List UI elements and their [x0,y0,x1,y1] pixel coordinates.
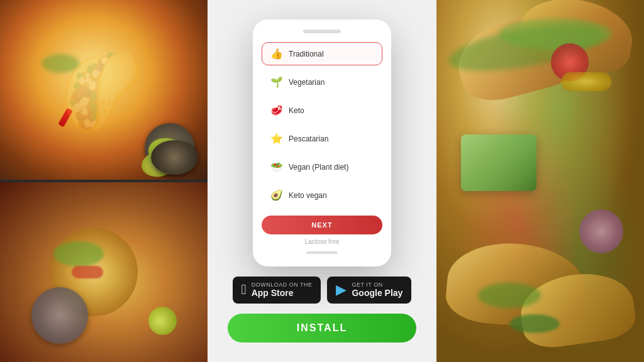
diet-option-keto-vegan[interactable]: 🥑Keto vegan [262,184,382,207]
google-play-button[interactable]: ▶ GET IT ON Google Play [327,277,411,304]
diet-emoji-vegetarian: 🌱 [270,76,284,88]
food-left-inner [0,0,208,362]
corn [561,72,611,91]
center-area: 👍Traditional🌱Vegetarian🥩Keto⭐Pescatarian… [228,19,416,343]
diet-emoji-traditional: 👍 [270,48,284,60]
diet-label-keto-vegan: Keto vegan [289,191,327,200]
phone-mockup: 👍Traditional🌱Vegetarian🥩Keto⭐Pescatarian… [253,19,391,266]
diet-label-traditional: Traditional [289,50,324,58]
diet-label-pescatarian: Pescatarian [289,134,328,143]
greens-top-2 [499,18,612,50]
dark-bowl [151,140,198,175]
phone-home-indicator [306,251,338,254]
diet-options-list: 👍Traditional🌱Vegetarian🥩Keto⭐Pescatarian… [262,42,382,207]
guac-bowl [461,134,536,191]
diet-emoji-pescatarian: ⭐ [270,133,284,145]
toppings-red [72,266,103,278]
google-play-sub: GET IT ON [352,282,402,288]
phone-notch [303,30,341,33]
gray-plate [31,287,88,344]
diet-emoji-vegan: 🥗 [270,161,284,173]
lime-bottom [148,307,177,335]
diet-label-vegetarian: Vegetarian [289,78,325,87]
herbs-bottom [478,283,541,308]
app-store-main: App Store [252,288,313,299]
food-image-right [436,0,644,362]
google-play-main: Google Play [352,288,402,299]
app-store-text: Download on the App Store [252,282,313,299]
herbs [42,54,79,73]
diet-emoji-keto: 🥩 [270,104,284,116]
diet-option-keto[interactable]: 🥩Keto [262,99,382,122]
app-store-sub: Download on the [252,282,313,288]
store-buttons-row:  Download on the App Store ▶ GET IT ON … [233,277,412,304]
diet-option-vegan[interactable]: 🥗Vegan (Plant diet) [262,155,382,178]
google-play-icon: ▶ [336,283,347,297]
toppings-green [53,241,104,266]
next-button[interactable]: NEXT [262,216,382,234]
app-store-button[interactable]:  Download on the App Store [233,277,321,304]
onion [579,209,623,253]
diet-emoji-keto-vegan: 🥑 [270,189,284,201]
diet-option-pescatarian[interactable]: ⭐Pescatarian [262,127,382,150]
food-right-inner [436,0,644,362]
page-layout: 👍Traditional🌱Vegetarian🥩Keto⭐Pescatarian… [0,0,644,362]
microgreens [509,314,560,333]
google-play-text: GET IT ON Google Play [352,282,402,299]
lactose-text: Lactose free [262,238,382,245]
diet-label-vegan: Vegan (Plant diet) [289,163,348,172]
guac-surface [461,134,536,191]
diet-label-keto: Keto [289,106,304,115]
apple-icon:  [242,283,247,297]
taco-top-image [0,0,208,180]
food-image-left [0,0,208,362]
diet-option-traditional[interactable]: 👍Traditional [262,42,382,65]
install-button[interactable]: INSTALL [228,314,416,343]
diet-option-vegetarian[interactable]: 🌱Vegetarian [262,70,382,94]
taco-bottom-image [0,182,208,362]
